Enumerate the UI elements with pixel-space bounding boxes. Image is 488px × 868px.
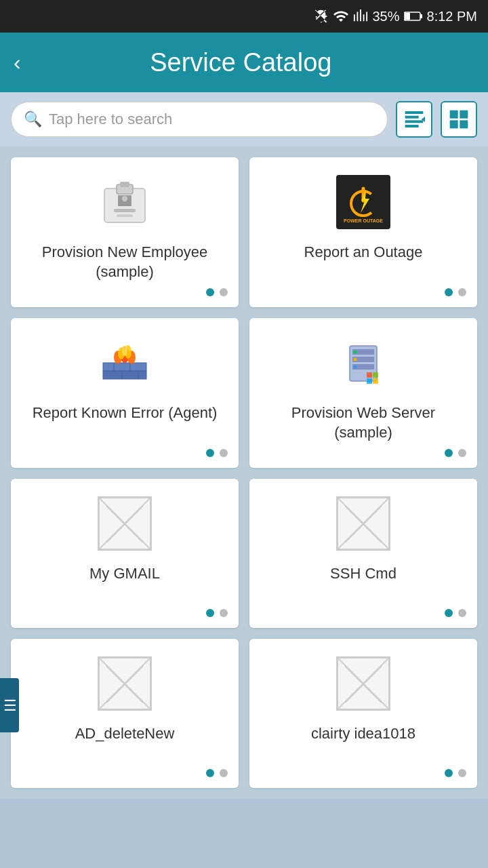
grid-icon — [448, 108, 470, 130]
svg-rect-14 — [120, 182, 129, 187]
dot-inactive — [458, 609, 466, 617]
svg-rect-2 — [420, 14, 422, 18]
card-icon-provision — [22, 168, 228, 236]
search-icon: 🔍 — [24, 111, 42, 128]
card-icon-ad — [22, 650, 228, 717]
svg-rect-25 — [103, 363, 146, 371]
placeholder-image-ssh — [336, 496, 390, 551]
card-dots-gmail — [206, 609, 228, 617]
card-title-my-gmail: My GMAIL — [89, 564, 160, 602]
badge-icon — [98, 175, 152, 229]
dot-active — [445, 449, 453, 457]
status-bar: 35% 8:12 PM — [0, 0, 488, 33]
server-icon — [336, 336, 390, 390]
card-dots-outage — [445, 288, 466, 296]
card-report-outage[interactable]: POWER OUTAGE Report an Outage — [249, 157, 477, 307]
card-clairty-idea[interactable]: clairty idea1018 — [249, 639, 477, 788]
card-dots-error — [206, 449, 228, 457]
app-header: ‹ Service Catalog — [0, 33, 488, 92]
svg-text:POWER OUTAGE: POWER OUTAGE — [344, 218, 383, 223]
svg-rect-48 — [99, 498, 150, 549]
svg-rect-45 — [373, 372, 378, 378]
placeholder-image-clairty — [336, 656, 390, 711]
card-ad-delete-new[interactable]: AD_deleteNew — [11, 639, 239, 788]
card-title-clairty-idea: clairty idea1018 — [311, 724, 415, 762]
placeholder-image-gmail — [98, 496, 152, 551]
side-drawer-tab[interactable]: ☰ — [0, 678, 19, 732]
svg-point-42 — [354, 358, 357, 361]
battery-level: 35% — [372, 9, 399, 24]
svg-rect-46 — [367, 378, 372, 384]
svg-rect-5 — [405, 120, 424, 123]
svg-rect-10 — [450, 120, 458, 128]
card-title-provision-web-server: Provision Web Server (sample) — [260, 403, 466, 442]
card-dots-clairty — [445, 769, 466, 777]
card-icon-server — [260, 329, 466, 397]
dot-active — [445, 609, 453, 617]
svg-rect-9 — [460, 111, 468, 119]
card-title-provision-new-employee: Provision New Employee (sample) — [22, 243, 228, 281]
dot-inactive — [458, 449, 466, 457]
card-dots-ssh — [445, 609, 466, 617]
svg-rect-6 — [405, 125, 419, 127]
card-title-report-outage: Report an Outage — [304, 243, 423, 281]
dot-inactive — [458, 769, 466, 777]
search-area: 🔍 Tap here to search — [0, 92, 488, 146]
svg-rect-3 — [405, 111, 424, 114]
dot-active — [445, 288, 453, 296]
card-ssh-cmd[interactable]: SSH Cmd — [249, 479, 477, 628]
card-icon-gmail — [22, 490, 228, 557]
card-dots-provision — [206, 288, 228, 296]
dot-active — [206, 609, 214, 617]
dot-active — [206, 769, 214, 777]
dot-inactive — [458, 288, 466, 296]
dot-active — [445, 769, 453, 777]
search-placeholder: Tap here to search — [49, 111, 172, 128]
dot-inactive — [220, 288, 228, 296]
svg-rect-1 — [405, 13, 410, 20]
card-title-ad-delete-new: AD_deleteNew — [75, 724, 175, 762]
svg-rect-44 — [367, 372, 372, 378]
placeholder-image-ad — [98, 656, 152, 711]
svg-point-36 — [122, 345, 127, 356]
svg-point-41 — [354, 351, 357, 354]
svg-rect-4 — [405, 116, 419, 119]
card-title-report-known-error: Report Known Error (Agent) — [33, 403, 218, 442]
svg-rect-11 — [460, 120, 468, 128]
page-title: Service Catalog — [35, 48, 447, 77]
card-report-known-error[interactable]: Report Known Error (Agent) — [11, 318, 239, 468]
clock: 8:12 PM — [427, 9, 477, 24]
catalog-grid: Provision New Employee (sample) POWER OU… — [0, 146, 488, 799]
hamburger-icon: ☰ — [1, 697, 18, 714]
grid-toggle-button[interactable] — [441, 101, 477, 138]
svg-rect-51 — [338, 498, 389, 549]
svg-rect-54 — [99, 658, 150, 709]
status-icons: 35% 8:12 PM — [314, 8, 477, 24]
svg-rect-26 — [103, 371, 146, 379]
dot-active — [206, 288, 214, 296]
list-filter-toggle-button[interactable] — [396, 101, 432, 138]
dot-inactive — [220, 769, 228, 777]
search-input-container[interactable]: 🔍 Tap here to search — [11, 102, 388, 137]
back-button[interactable]: ‹ — [14, 52, 21, 73]
card-icon-firewall — [22, 329, 228, 397]
dot-inactive — [220, 449, 228, 457]
firewall-icon — [98, 336, 152, 390]
card-dots-ad — [206, 769, 228, 777]
svg-rect-16 — [114, 209, 136, 212]
card-provision-web-server[interactable]: Provision Web Server (sample) — [249, 318, 477, 468]
card-my-gmail[interactable]: My GMAIL — [11, 479, 239, 628]
card-provision-new-employee[interactable]: Provision New Employee (sample) — [11, 157, 239, 307]
svg-rect-17 — [117, 214, 133, 217]
list-filter-icon — [403, 108, 425, 130]
svg-rect-47 — [373, 378, 378, 384]
dot-inactive — [220, 609, 228, 617]
dot-active — [206, 449, 214, 457]
svg-point-19 — [122, 196, 127, 201]
svg-rect-8 — [450, 111, 458, 119]
outage-icon: POWER OUTAGE — [336, 175, 390, 229]
svg-point-43 — [354, 366, 357, 369]
svg-rect-57 — [338, 658, 389, 709]
card-dots-server — [445, 449, 466, 457]
card-icon-outage: POWER OUTAGE — [260, 168, 466, 236]
